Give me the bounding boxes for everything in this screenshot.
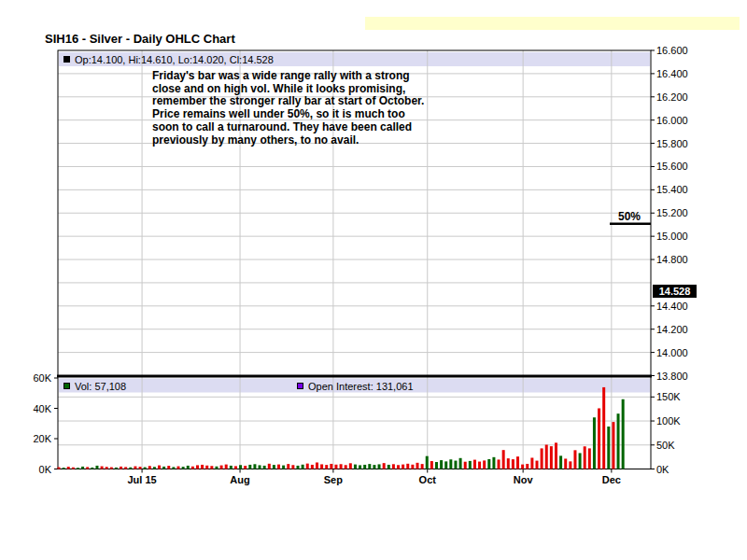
open-interest-legend-marker [297, 383, 303, 389]
volume-legend: Vol: 57,108 [63, 379, 126, 393]
oi-axis-tick-label: 0K [656, 464, 669, 475]
volume-axis-tick-label: 60K [33, 372, 51, 384]
oi-axis-tick-label: 100K [656, 415, 681, 427]
volume-legend-marker [63, 383, 70, 389]
analyst-annotation: Friday's bar was a wide range rally with… [152, 70, 444, 147]
volume-axis-tick-label: 0K [39, 464, 52, 475]
x-axis-month-label: Dec [602, 474, 621, 485]
price-axis-tick-label: 15.400 [656, 184, 688, 195]
ohlc-legend: Op:14.100, Hi:14.610, Lo:14.020, Cl:14.5… [63, 52, 274, 66]
chart-window: 16.60016.40016.20016.00015.80015.60015.4… [0, 0, 747, 560]
open-interest-legend-label: Open Interest: 131,061 [308, 381, 414, 392]
price-axis-tick-label: 14.200 [656, 324, 688, 335]
price-axis-tick-label: 13.800 [656, 371, 688, 382]
ohlc-legend-label: Op:14.100, Hi:14.610, Lo:14.020, Cl:14.5… [75, 54, 274, 65]
price-axis-tick-label: 16.600 [656, 45, 688, 56]
x-axis-month-label: Sep [324, 474, 343, 485]
price-axis-tick-label: 15.600 [656, 161, 688, 172]
price-axis-tick-label: 15.000 [656, 231, 688, 242]
highlight-band [365, 17, 740, 30]
oi-axis-tick-label: 150K [656, 391, 681, 402]
open-interest-legend: Open Interest: 131,061 [297, 379, 414, 393]
price-axis-tick-label: 14.400 [656, 301, 688, 312]
price-axis-tick-label: 16.000 [656, 115, 688, 126]
fifty-percent-label: 50% [608, 210, 651, 223]
x-axis-month-label: Aug [230, 474, 249, 485]
price-axis-tick-label: 15.200 [656, 207, 688, 218]
price-axis-tick-label: 16.400 [656, 68, 688, 79]
price-axis-tick-label: 16.200 [656, 91, 688, 103]
volume-axis-tick-label: 40K [33, 403, 51, 414]
page-title: SIH16 - Silver - Daily OHLC Chart [45, 32, 235, 46]
x-axis-month-label: Jul 15 [127, 474, 156, 485]
oi-axis-tick-label: 50K [656, 440, 675, 451]
volume-legend-label: Vol: 57,108 [75, 381, 126, 392]
x-axis-month-label: Oct [419, 474, 437, 485]
x-axis-month-label: Nov [514, 474, 534, 485]
price-axis-tick-label: 15.800 [656, 138, 688, 149]
ohlc-legend-marker [63, 56, 70, 63]
last-price-badge: 14.528 [653, 285, 697, 298]
price-axis-tick-label: 14.800 [656, 254, 688, 265]
volume-axis-tick-label: 20K [33, 433, 51, 444]
price-axis-tick-label: 14.000 [656, 347, 688, 358]
